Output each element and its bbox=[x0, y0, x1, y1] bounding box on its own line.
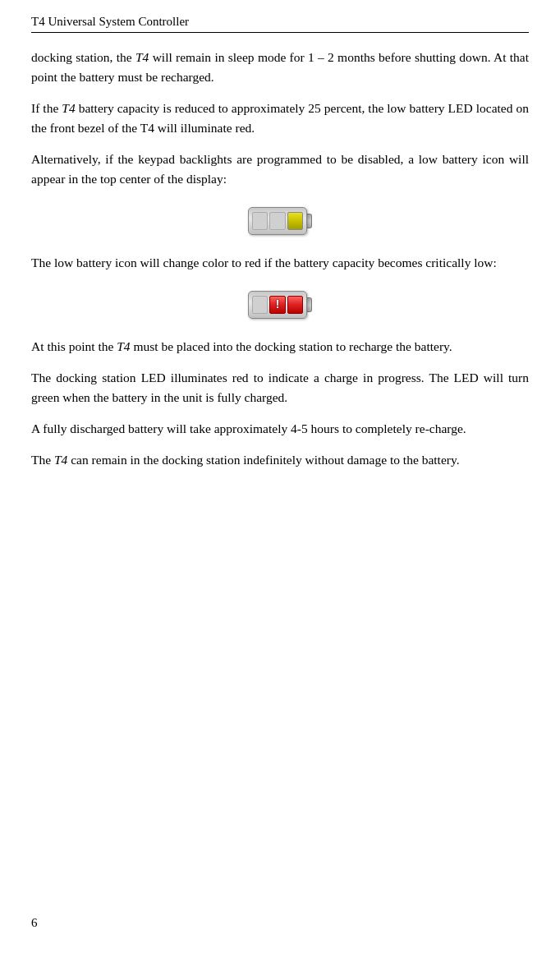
exclamation-mark: ! bbox=[276, 296, 280, 314]
battery-critical-terminal bbox=[306, 297, 312, 312]
battery-cell-red-1: ! bbox=[269, 296, 285, 314]
t4-italic-4: T4 bbox=[54, 453, 67, 467]
battery-critical-container: ! bbox=[31, 291, 529, 319]
battery-cell-red-2 bbox=[287, 296, 303, 314]
battery-critical-cells: ! bbox=[252, 295, 303, 315]
battery-critical-body: ! bbox=[248, 291, 307, 319]
paragraph-8: The T4 can remain in the docking station… bbox=[31, 450, 529, 470]
battery-low-terminal bbox=[306, 214, 312, 228]
t4-italic-3: T4 bbox=[117, 339, 130, 353]
paragraph-4: The low battery icon will change color t… bbox=[31, 253, 529, 273]
header-title: T4 Universal System Controller bbox=[31, 15, 189, 29]
battery-low-container bbox=[31, 207, 529, 235]
paragraph-2: If the T4 battery capacity is reduced to… bbox=[31, 99, 529, 138]
battery-low-cells bbox=[252, 211, 303, 231]
main-content: docking station, the T4 will remain in s… bbox=[31, 48, 529, 470]
paragraph-6: The docking station LED illuminates red … bbox=[31, 368, 529, 407]
battery-low-body bbox=[248, 207, 307, 235]
paragraph-3: Alternatively, if the keypad backlights … bbox=[31, 150, 529, 189]
page-footer: 6 bbox=[31, 916, 38, 930]
battery-low-icon bbox=[248, 207, 312, 235]
battery-cell-empty-3 bbox=[252, 296, 268, 314]
paragraph-7: A fully discharged battery will take app… bbox=[31, 419, 529, 439]
paragraph-1: docking station, the T4 will remain in s… bbox=[31, 48, 529, 87]
battery-critical-icon: ! bbox=[248, 291, 312, 319]
battery-cell-empty-2 bbox=[269, 212, 285, 230]
battery-cell-yellow bbox=[287, 212, 303, 230]
page-number: 6 bbox=[31, 916, 38, 929]
t4-italic-2: T4 bbox=[62, 101, 75, 115]
page-header: T4 Universal System Controller bbox=[31, 15, 529, 33]
paragraph-5: At this point the T4 must be placed into… bbox=[31, 337, 529, 357]
t4-italic-1: T4 bbox=[135, 50, 149, 64]
battery-cell-empty-1 bbox=[252, 212, 268, 230]
